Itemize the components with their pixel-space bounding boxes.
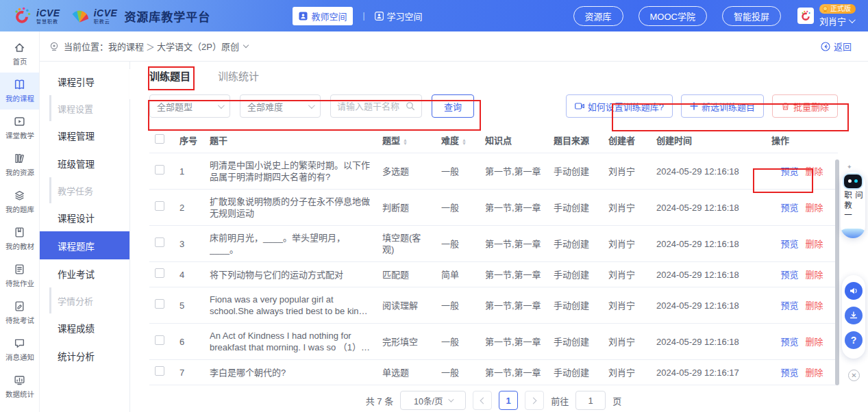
breadcrumb-caret-icon[interactable] xyxy=(243,42,249,48)
page-size-select[interactable]: 10条/页 xyxy=(400,391,466,410)
icve-shell-logo-icon xyxy=(70,6,89,25)
header-pill-2[interactable]: 智能投屏 xyxy=(722,6,781,26)
goto-page-input[interactable] xyxy=(575,391,606,410)
library-icon xyxy=(14,153,25,164)
delete-link[interactable]: 删除 xyxy=(806,166,823,177)
sort-caret[interactable]: ▲▼ xyxy=(403,138,408,145)
prev-page-button[interactable] xyxy=(473,391,492,410)
preview-link[interactable]: 预览 xyxy=(780,337,798,347)
submenu-item-statistical-analysis[interactable]: 统计分析 xyxy=(40,342,129,370)
row-checkbox[interactable] xyxy=(155,366,164,376)
cell-stem: 将下列动物与它们的运动方式配对 xyxy=(210,269,371,281)
header-pill-1[interactable]: MOOC学院 xyxy=(638,6,707,26)
vertical-scrollbar[interactable] xyxy=(835,159,839,385)
stem-search-input[interactable] xyxy=(337,101,400,112)
preview-link[interactable]: 预览 xyxy=(780,368,798,378)
batch-delete-button[interactable]: 批量删除 xyxy=(772,94,838,118)
rail-item-data-statistics[interactable]: 数据统计 xyxy=(0,368,39,405)
icon-rail: 首页 我的课程 课堂教学 我的资源 我的题库 我的教材 待批作业 xyxy=(0,31,40,412)
nav-teacher-space[interactable]: 教师空间 xyxy=(293,7,353,25)
header-pill-0[interactable]: 资源库 xyxy=(573,6,623,26)
user-name[interactable]: 刘肖宁 xyxy=(819,14,854,27)
tab-training-statistics[interactable]: 训练统计 xyxy=(218,68,259,90)
row-checkbox[interactable] xyxy=(155,268,164,278)
nav-learning-space[interactable]: 学习空间 xyxy=(375,10,423,23)
delete-link[interactable]: 删除 xyxy=(806,239,823,249)
delete-link[interactable]: 删除 xyxy=(806,368,823,378)
rail-item-my-courses[interactable]: 我的课程 xyxy=(0,73,39,110)
rail-item-home[interactable]: 首页 xyxy=(0,36,39,73)
rail-item-classroom-teaching[interactable]: 课堂教学 xyxy=(0,110,39,146)
submenu-item-label: 课程设置 xyxy=(58,102,93,115)
total-count: 共 7 条 xyxy=(366,394,393,407)
logo-smart-vocational: iCVE 智慧职教 xyxy=(12,6,60,25)
app-title: 资源库教学平台 xyxy=(124,8,210,25)
submenu-item-course-grades[interactable]: 课程成绩 xyxy=(40,313,129,342)
download-button[interactable] xyxy=(845,307,863,324)
rail-item-messages[interactable]: 消息通知 xyxy=(0,331,39,368)
rail-item-pending-exams[interactable]: 待批考试 xyxy=(0,294,39,331)
rail-item-my-resources[interactable]: 我的资源 xyxy=(0,146,39,183)
col-knowledge: 知识点 xyxy=(480,127,548,153)
delete-link[interactable]: 删除 xyxy=(806,270,823,280)
delete-link[interactable]: 删除 xyxy=(806,203,823,213)
submenu-item-course-guide[interactable]: 课程引导 xyxy=(40,67,129,95)
question-type-select[interactable]: 全部题型 xyxy=(149,94,230,118)
submenu-item-section-teaching-tasks[interactable]: 教学任务 xyxy=(49,177,129,203)
preview-link[interactable]: 预览 xyxy=(780,239,798,249)
row-checkbox[interactable] xyxy=(155,201,164,211)
search-icon[interactable] xyxy=(406,101,415,111)
user-avatar[interactable] xyxy=(797,8,814,24)
breadcrumb-my-courses[interactable]: 我的课程 xyxy=(108,40,144,53)
delete-link[interactable]: 删除 xyxy=(806,300,823,311)
close-floating-button[interactable]: ✕ xyxy=(848,370,860,381)
cell-created: 2024-05-29 12:16:18 xyxy=(651,226,766,262)
submenu-item-course-question-bank[interactable]: 课程题库 xyxy=(40,231,129,259)
back-link[interactable]: 返回 xyxy=(821,40,852,53)
submenu-item-course-management[interactable]: 课程管理 xyxy=(40,121,129,149)
preview-link[interactable]: 预览 xyxy=(780,203,798,213)
rail-item-my-question-bank[interactable]: 我的题库 xyxy=(0,183,39,220)
breadcrumb-course-name[interactable]: 大学语文（2P）原创 xyxy=(157,40,239,53)
row-checkbox[interactable] xyxy=(155,299,164,309)
submenu-item-homework-exams[interactable]: 作业考试 xyxy=(40,259,129,287)
add-training-questions-button[interactable]: 新选训练题目 xyxy=(681,94,764,118)
preview-link[interactable]: 预览 xyxy=(780,300,798,311)
preview-link[interactable]: 预览 xyxy=(780,166,798,177)
chevron-down-icon xyxy=(849,16,856,23)
assistant-widget[interactable]: 职教一问 xyxy=(841,172,865,238)
row-checkbox[interactable] xyxy=(155,237,164,247)
sort-caret[interactable]: ▲▼ xyxy=(462,138,467,145)
column-label: 题目来源 xyxy=(554,136,589,146)
current-page-button[interactable]: 1 xyxy=(499,391,518,410)
chevron-down-icon xyxy=(218,102,225,109)
submenu-item-section-course-settings[interactable]: 课程设置 xyxy=(49,95,129,121)
rail-item-third-party-apps[interactable]: 第三方应用 xyxy=(0,405,39,412)
rail-item-my-textbooks[interactable]: 我的教材 xyxy=(0,220,39,257)
row-checkbox[interactable] xyxy=(155,165,164,175)
rail-item-pending-homework[interactable]: 待批作业 xyxy=(0,257,39,294)
announcement-button[interactable] xyxy=(845,282,863,300)
help-training-bank-button[interactable]: 如何设置训练题库? xyxy=(566,94,673,118)
preview-link[interactable]: 预览 xyxy=(780,270,798,280)
submenu-item-class-management[interactable]: 班级管理 xyxy=(40,149,129,177)
main-content: 训练题目训练统计 全部题型 全部难度 查询 如何设置训练题库? xyxy=(130,62,868,412)
submenu-item-section-learning-analysis[interactable]: 学情分析 xyxy=(49,287,129,313)
submenu-item-course-design[interactable]: 课程设计 xyxy=(40,203,129,231)
next-page-button[interactable] xyxy=(525,391,544,410)
delete-link[interactable]: 删除 xyxy=(806,337,823,347)
submenu-item-label: 课程成绩 xyxy=(58,321,95,335)
tab-training-questions[interactable]: 训练题目 xyxy=(149,68,190,90)
cell-source: 手动创建 xyxy=(548,226,603,262)
cell-type: 判断题 xyxy=(377,190,436,226)
page-unit-label: 页 xyxy=(612,394,621,407)
cell-knowledge: 第一节,第一章 xyxy=(480,153,548,190)
help-button[interactable]: ? xyxy=(845,331,863,349)
select-all-checkbox[interactable] xyxy=(155,134,164,144)
submenu-item-label: 学情分析 xyxy=(58,294,93,307)
query-button[interactable]: 查询 xyxy=(432,94,474,118)
difficulty-select[interactable]: 全部难度 xyxy=(240,94,321,118)
book-icon xyxy=(14,79,25,90)
user-box[interactable]: 正式版 刘肖宁 xyxy=(797,4,856,27)
row-checkbox[interactable] xyxy=(155,335,164,345)
